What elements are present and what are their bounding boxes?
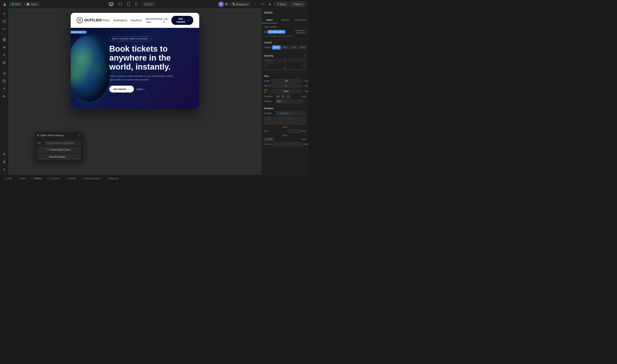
svg-point-26 — [3, 95, 4, 96]
url-input[interactable] — [45, 141, 81, 145]
nav-link-spacetraveling[interactable]: Spacetraveling NEW — [145, 17, 163, 23]
sidebar-item-layers[interactable] — [1, 26, 8, 33]
sidebar-item-settings[interactable] — [1, 151, 8, 157]
share-button[interactable]: ⬆ Share — [274, 2, 289, 7]
nav-link-manifesto[interactable]: Manifesto — [131, 19, 142, 22]
sidebar-item-styles[interactable] — [1, 52, 8, 58]
nav-cta-button[interactable]: Get started → — [171, 16, 193, 25]
right-panel: Section ··· ⌄ Styles Settings Interactio… — [261, 9, 308, 175]
publish-button[interactable]: Publish ▾ — [291, 2, 306, 7]
min-h-item: Min H PX — [305, 84, 308, 88]
hero-login-button[interactable]: Log in › — [136, 88, 145, 90]
inherit-dropdown[interactable]: Inheriting 3 selectors ▾ — [287, 29, 306, 34]
code-button[interactable]: </> — [259, 2, 266, 7]
width-input[interactable] — [271, 79, 301, 83]
children-row: Children Fill ▾ ··· — [264, 99, 306, 104]
sidebar-item-users[interactable] — [1, 85, 8, 92]
hero-get-started-button[interactable]: Get started → — [109, 86, 134, 92]
style-tag[interactable]: 3d-spline-globe — [267, 30, 285, 34]
sidebar-item-media[interactable] — [1, 59, 8, 66]
mobile-view-button[interactable] — [134, 1, 138, 7]
nav-link-tickets[interactable]: Tickets — [102, 19, 110, 22]
display-grid-button[interactable]: Grid — [290, 45, 297, 50]
display-flex-button[interactable]: Flex — [282, 45, 289, 50]
children-select[interactable]: Fill ▾ — [276, 99, 303, 104]
canvas-area[interactable]: OUTFLIER Tickets Destinations Manifesto … — [9, 9, 261, 175]
breadcrumb-body[interactable]: Body — [2, 177, 14, 180]
min-w-input[interactable] — [271, 84, 301, 88]
position-type-select[interactable]: ⊡ Absolute ▾ — [276, 111, 306, 116]
overflow-scroll-v-button[interactable]: ⇅ — [281, 94, 285, 99]
svg-rect-8 — [3, 20, 6, 23]
more-pages-button[interactable]: ... — [41, 2, 46, 6]
pos-top-left[interactable] — [264, 117, 274, 120]
sidebar-item-help[interactable] — [1, 158, 8, 165]
display-block-button[interactable]: Block — [272, 45, 281, 50]
show-all-settings-button[interactable]: Show All Settings → — [37, 154, 81, 159]
settings-icon: ⚙ — [37, 134, 39, 137]
svg-line-33 — [5, 170, 6, 171]
sidebar-item-search[interactable] — [1, 166, 8, 173]
tab-interactions[interactable]: Interactions — [293, 17, 308, 23]
min-w-label: Min W — [264, 85, 270, 87]
check-button[interactable]: ✓ — [253, 2, 258, 7]
spline-close-button[interactable]: ✕ — [79, 134, 81, 137]
columns-item: Columns — [264, 142, 303, 146]
overflow-both-button[interactable]: ⊞ — [286, 94, 290, 99]
pos-mid-right[interactable] — [285, 121, 295, 125]
sidebar-item-cms[interactable] — [1, 78, 8, 84]
columns-input[interactable] — [273, 142, 303, 146]
pos-mid-left[interactable] — [264, 121, 274, 125]
sidebar-item-add[interactable] — [1, 10, 8, 17]
arrow-icon: → — [187, 19, 190, 22]
gear-icon[interactable]: ⚙ — [83, 31, 85, 33]
sidebar-item-assets[interactable] — [1, 44, 8, 51]
children-more-button[interactable]: ··· — [304, 100, 306, 103]
panel-more-button[interactable]: ··· — [299, 11, 302, 14]
pos-top-right[interactable] — [285, 117, 295, 120]
pos-top-far[interactable] — [296, 117, 306, 120]
pos-top-center[interactable] — [275, 117, 285, 120]
breadcrumb-container[interactable]: Container — [46, 177, 62, 180]
svg-point-28 — [5, 96, 5, 97]
panel-collapse-button[interactable]: ⌄ — [303, 11, 306, 14]
sep-1: › — [15, 177, 15, 180]
reload-spline-button[interactable]: ↻ Reload Spline Scene — [37, 147, 81, 153]
position-lr-input[interactable] — [288, 129, 301, 133]
pen-icon: ✏️ — [232, 3, 235, 6]
pos-mid-far[interactable] — [296, 121, 306, 125]
page-selector[interactable]: 🏠 Home — [24, 2, 40, 6]
size-grid: Width % Height % Min W PX Min H — [264, 79, 306, 93]
tab-settings[interactable]: Settings — [277, 17, 293, 23]
spacing-icon[interactable]: ⊞ — [304, 55, 306, 57]
sidebar-item-logic[interactable] — [1, 93, 8, 100]
breadcrumb-blog-img-aspect[interactable]: Blog-Img-Aspect — [80, 177, 102, 180]
pos-mid-center[interactable] — [275, 121, 285, 125]
breadcrumb-section[interactable]: Section — [30, 177, 43, 180]
collaborator-count: 2 — [225, 3, 228, 6]
sidebar-item-components[interactable] — [1, 36, 8, 43]
desktop-view-button[interactable] — [108, 2, 114, 7]
overflow-scroll-h-button[interactable]: ⇄ — [276, 94, 280, 99]
min-w-item: Min W PX — [264, 84, 304, 88]
preview-play-button[interactable]: ▶ — [268, 2, 272, 7]
sidebar-item-pages[interactable] — [1, 18, 8, 25]
tablet-portrait-button[interactable] — [126, 1, 131, 7]
sep-3: › — [44, 177, 45, 180]
itself-button[interactable]: ⊡ Itself — [264, 137, 274, 141]
position-collapse-icon[interactable]: ⌄ — [304, 107, 306, 110]
sidebar-item-ecommerce[interactable] — [1, 70, 8, 77]
breadcrumb-main[interactable]: Main — [16, 177, 27, 180]
max-w-input[interactable] — [271, 89, 301, 93]
tablet-landscape-button[interactable] — [117, 2, 123, 6]
breadcrumb-sidebar[interactable]: Sidebar — [64, 177, 78, 180]
min-h-label: Min H — [305, 85, 308, 87]
size-collapse-icon[interactable]: ⌄ — [304, 75, 306, 77]
display-none-button[interactable]: None — [298, 45, 307, 50]
tab-styles[interactable]: Styles — [262, 17, 277, 23]
nav-link-destinations[interactable]: Destinations — [113, 19, 127, 22]
language-selector[interactable]: 🌐 EN ▾ — [9, 2, 23, 6]
mode-selector[interactable]: ✏️ Designing ▾ — [230, 2, 251, 6]
nav-login[interactable]: Log in — [163, 17, 169, 23]
breadcrumb-blog-img[interactable]: Blog-Img — [105, 177, 120, 180]
